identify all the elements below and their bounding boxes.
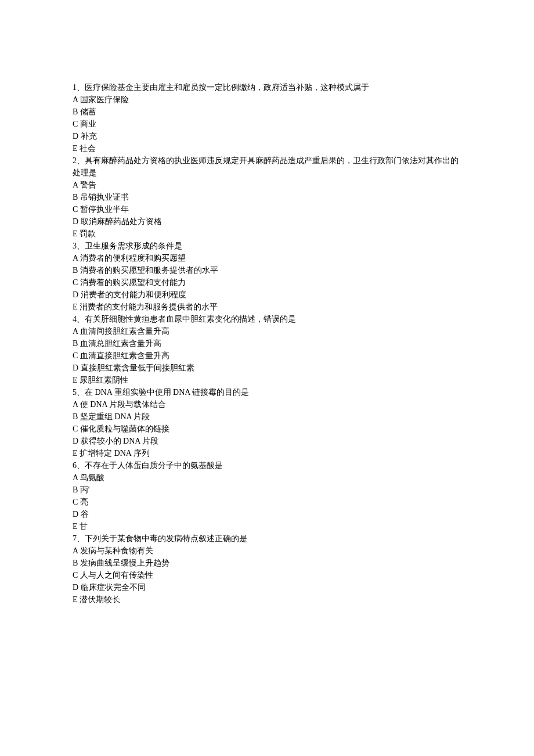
question-block: 3、卫生服务需求形成的条件是 A 消费者的便利程度和购买愿望 B 消费者的购买愿…: [73, 240, 461, 313]
question-option: D 临床症状完全不同: [73, 581, 461, 593]
question-option: D 消费者的支付能力和便利程度: [73, 289, 461, 301]
question-option: A 国家医疗保险: [73, 93, 461, 106]
question-stem: 7、下列关于某食物中毒的发病特点叙述正确的是: [73, 532, 461, 545]
question-option: B 坚定重组 DNA 片段: [73, 411, 461, 423]
question-stem: 1、医疗保险基金主要由雇主和雇员按一定比例缴纳，政府适当补贴，这种模式属于: [73, 81, 461, 93]
question-option: B 血清总胆红素含量升高: [73, 337, 461, 350]
question-block: 1、医疗保险基金主要由雇主和雇员按一定比例缴纳，政府适当补贴，这种模式属于 A …: [73, 81, 461, 154]
question-option: E 消费者的支付能力和服务提供者的水平: [73, 301, 461, 313]
question-option: D 谷: [73, 508, 461, 520]
question-option: A 警告: [73, 179, 461, 191]
question-option: C 血清直接胆红素含量升高: [73, 350, 461, 362]
question-option: A 发病与某种食物有关: [73, 545, 461, 557]
question-option: E 尿胆红素阴性: [73, 374, 461, 386]
question-option: B 储蓄: [73, 106, 461, 118]
question-option: D 直接胆红素含量低于间接胆红素: [73, 362, 461, 374]
question-option: A 鸟氨酸: [73, 471, 461, 484]
question-option: C 消费着的购买愿望和支付能力: [73, 276, 461, 289]
question-block: 5、在 DNA 重组实验中使用 DNA 链接霉的目的是 A 使 DNA 片段与载…: [73, 386, 461, 459]
question-option: D 取消麻醉药品处方资格: [73, 215, 461, 228]
question-option: E 罚款: [73, 228, 461, 240]
question-option: E 潜伏期较长: [73, 593, 461, 606]
question-block: 7、下列关于某食物中毒的发病特点叙述正确的是 A 发病与某种食物有关 B 发病曲…: [73, 532, 461, 606]
question-option: E 社会: [73, 142, 461, 154]
question-stem: 2、具有麻醉药品处方资格的执业医师违反规定开具麻醉药品造成严重后果的，卫生行政部…: [73, 154, 461, 179]
question-option: C 暂停执业半年: [73, 203, 461, 215]
question-stem: 5、在 DNA 重组实验中使用 DNA 链接霉的目的是: [73, 386, 461, 398]
question-option: A 使 DNA 片段与载体结合: [73, 398, 461, 411]
question-stem: 4、有关肝细胞性黄疸患者血尿中胆红素变化的描述，错误的是: [73, 313, 461, 325]
question-option: E 甘: [73, 520, 461, 532]
question-option: D 补充: [73, 130, 461, 142]
question-option: C 商业: [73, 118, 461, 130]
question-option: E 扩增特定 DNA 序列: [73, 447, 461, 459]
document-page: 1、医疗保险基金主要由雇主和雇员按一定比例缴纳，政府适当补贴，这种模式属于 A …: [0, 0, 534, 664]
question-block: 6、不存在于人体蛋白质分子中的氨基酸是 A 鸟氨酸 B 丙' C 亮 D 谷 E…: [73, 459, 461, 532]
question-option: C 催化质粒与噬菌体的链接: [73, 423, 461, 435]
question-stem: 6、不存在于人体蛋白质分子中的氨基酸是: [73, 459, 461, 471]
question-option: B 吊销执业证书: [73, 191, 461, 203]
question-option: A 血清间接胆红素含量升高: [73, 325, 461, 337]
question-option: C 人与人之间有传染性: [73, 569, 461, 581]
question-option: B 消费者的购买愿望和服务提供者的水平: [73, 264, 461, 276]
question-option: C 亮: [73, 496, 461, 508]
question-block: 2、具有麻醉药品处方资格的执业医师违反规定开具麻醉药品造成严重后果的，卫生行政部…: [73, 154, 461, 240]
question-option: A 消费者的便利程度和购买愿望: [73, 252, 461, 264]
question-option: B 丙': [73, 484, 461, 496]
question-block: 4、有关肝细胞性黄疸患者血尿中胆红素变化的描述，错误的是 A 血清间接胆红素含量…: [73, 313, 461, 386]
question-option: B 发病曲线呈缓慢上升趋势: [73, 557, 461, 569]
question-stem: 3、卫生服务需求形成的条件是: [73, 240, 461, 252]
question-option: D 获得较小的 DNA 片段: [73, 435, 461, 447]
